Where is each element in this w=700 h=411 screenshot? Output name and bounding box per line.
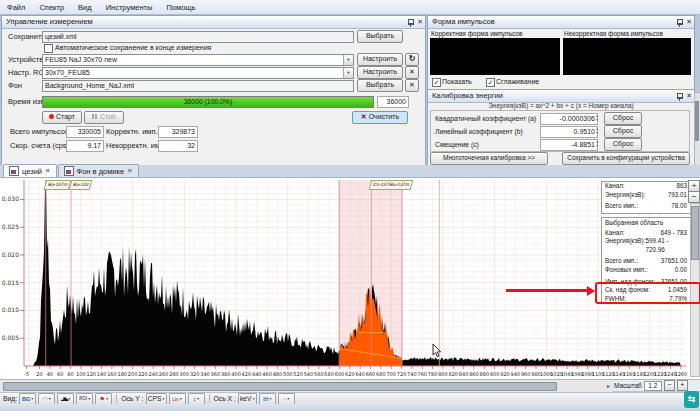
background-clear-icon[interactable]: ✕ bbox=[405, 79, 419, 92]
y-scale-button[interactable]: Lin▾ bbox=[169, 393, 186, 405]
spectrum-tab-icon bbox=[64, 166, 74, 176]
autosave-checkbox[interactable] bbox=[44, 44, 53, 53]
chevron-down-icon[interactable]: ▾ bbox=[343, 55, 353, 65]
save-choose-button[interactable]: Выбрать bbox=[357, 30, 403, 43]
close-icon[interactable]: ✕ bbox=[686, 90, 692, 102]
y-unit-button[interactable]: CPS▾ bbox=[146, 393, 167, 405]
close-icon[interactable]: ✕ bbox=[417, 16, 423, 28]
offset-c-reset-button[interactable]: Сброс bbox=[604, 138, 642, 151]
cursor-counts-label: Всего имп.: bbox=[605, 202, 638, 211]
peak-flag-ba133[interactable]: Ba-133 bbox=[69, 180, 93, 190]
coef-b-reset-button[interactable]: Сброс bbox=[604, 125, 642, 138]
svg-text:520: 520 bbox=[293, 371, 303, 377]
tab-close-icon[interactable]: ✕ bbox=[127, 167, 132, 175]
roi-configure-button[interactable]: Настроить bbox=[357, 66, 403, 79]
scale-plus-button[interactable]: + bbox=[677, 380, 688, 391]
spinner-arrows-icon[interactable]: ▴▾ bbox=[596, 114, 598, 122]
save-to-device-button[interactable]: Сохранить в конфигурации устройства bbox=[562, 152, 690, 165]
coef-b-spinner[interactable]: 0.9510 ▴▾ bbox=[540, 126, 598, 138]
scale-value[interactable]: 1.2 bbox=[644, 381, 662, 391]
background-overlay-button[interactable]: BG▾ bbox=[19, 393, 36, 405]
measurement-progress-bar: 36000 (100.0%) bbox=[42, 96, 374, 108]
pin-icon[interactable] bbox=[407, 18, 414, 27]
x-unit-button[interactable]: keV▾ bbox=[238, 393, 257, 405]
scale-bar: Масштаб 1.2 − + bbox=[612, 379, 700, 391]
background-input[interactable]: Background_Home_NaJ.xml bbox=[42, 80, 354, 92]
background-label: Фон bbox=[8, 81, 22, 91]
marker-flag-button[interactable]: ⚑▾ bbox=[95, 393, 112, 405]
smooth-curve-button[interactable]: ◠▾ bbox=[38, 393, 55, 405]
scale-minus-button[interactable]: − bbox=[664, 380, 675, 391]
view-label: Вид: bbox=[3, 395, 17, 402]
correct-pulses-value: 329873 bbox=[158, 126, 198, 138]
selection-energy-value: 599.41 - 720.96 bbox=[645, 237, 687, 254]
spinner-arrows-icon[interactable]: ▴▾ bbox=[596, 127, 598, 135]
time-input[interactable]: 36000 bbox=[377, 96, 409, 108]
multipoint-calibration-button[interactable]: Многоточечная калибровка >> bbox=[430, 152, 548, 165]
spinner-arrows-icon[interactable]: ▴▾ bbox=[596, 140, 598, 148]
peak-flag-label: Ba-133 bbox=[72, 182, 89, 187]
device-refresh-icon[interactable]: ↻ bbox=[405, 53, 419, 66]
tray-icon[interactable]: ⇆ bbox=[684, 391, 699, 408]
menu-spectrum[interactable]: Спектр bbox=[32, 1, 71, 14]
svg-text:1260: 1260 bbox=[674, 371, 687, 377]
tab-close-icon[interactable]: ✕ bbox=[45, 167, 50, 175]
peak-flag-ba137m[interactable]: Ba-137m bbox=[43, 180, 71, 190]
pin-icon[interactable] bbox=[676, 18, 683, 27]
chevron-down-icon[interactable]: ▾ bbox=[343, 68, 353, 78]
roi-display-button[interactable]: ROI▾ bbox=[76, 393, 93, 405]
save-to-input[interactable]: цезий.xml bbox=[42, 31, 354, 43]
x-channels-button[interactable]: 88▾ bbox=[259, 393, 276, 405]
svg-text:400: 400 bbox=[231, 371, 241, 377]
roi-clear-icon[interactable]: ✕ bbox=[405, 66, 419, 79]
menu-tools[interactable]: Инструменты bbox=[99, 1, 160, 14]
coef-a-reset-button[interactable]: Сброс bbox=[604, 112, 642, 125]
svg-text:300: 300 bbox=[180, 371, 190, 377]
x-markers-button[interactable]: ··▾ bbox=[278, 393, 295, 405]
svg-text:200: 200 bbox=[128, 371, 138, 377]
clear-button[interactable]: ✕ Очистить bbox=[352, 111, 408, 124]
fwhm-highlight-box bbox=[595, 282, 700, 304]
x-axis-label: Ось X : bbox=[214, 395, 236, 402]
scroll-right-icon[interactable]: ▸ bbox=[607, 382, 610, 390]
menu-view[interactable]: Вид bbox=[71, 1, 99, 14]
peak-flag-label: Cs-137/Ba-137m bbox=[373, 182, 411, 187]
svg-text:580: 580 bbox=[324, 371, 334, 377]
tab-cesium[interactable]: цезий ✕ bbox=[3, 164, 57, 177]
svg-text:540: 540 bbox=[304, 371, 314, 377]
device-combo[interactable]: FEU85 NaJ 30x70 new ▾ bbox=[42, 54, 354, 66]
chart-vscrollbar-thumb[interactable] bbox=[691, 206, 699, 260]
close-icon[interactable]: ✕ bbox=[686, 16, 692, 28]
tab-background-house[interactable]: Фон в домике ✕ bbox=[58, 164, 139, 177]
spectrum-plot[interactable]: 0.0050.0100.0150.0200.0250.030-520406080… bbox=[0, 178, 700, 379]
device-configure-button[interactable]: Настроить bbox=[357, 53, 403, 66]
smoothing-checkbox[interactable]: ✓ bbox=[486, 78, 495, 87]
show-checkbox[interactable]: ✓ bbox=[432, 78, 441, 87]
cursor-energy-value: 793.01 bbox=[668, 191, 687, 200]
svg-text:0.005: 0.005 bbox=[2, 334, 19, 341]
svg-text:0.030: 0.030 bbox=[2, 195, 19, 202]
zoom-out-button[interactable]: − bbox=[688, 191, 700, 203]
menu-file[interactable]: Файл bbox=[0, 1, 32, 14]
pause-icon bbox=[92, 114, 94, 119]
dock-scrollbar-thumb[interactable] bbox=[695, 101, 699, 141]
background-choose-button[interactable]: Выбрать bbox=[357, 79, 403, 92]
stop-button[interactable]: Стоп bbox=[84, 111, 124, 124]
chart-hscrollbar-thumb[interactable] bbox=[3, 382, 557, 391]
svg-text:420: 420 bbox=[242, 371, 252, 377]
pin-icon[interactable] bbox=[676, 92, 683, 101]
menu-help[interactable]: Помощь bbox=[159, 1, 202, 14]
peak-flag-cs137[interactable]: Cs-137/Ba-137m bbox=[369, 180, 414, 190]
chart-hscrollbar[interactable]: ▸ bbox=[0, 379, 612, 392]
svg-text:660: 660 bbox=[366, 371, 376, 377]
coef-a-spinner[interactable]: -0.0000306 ▴▾ bbox=[540, 113, 598, 125]
fill-peaks-button[interactable]: ▂▆▃▾ bbox=[57, 393, 74, 405]
roi-combo[interactable]: 30x70_FEU85 ▾ bbox=[42, 67, 354, 79]
offset-c-spinner[interactable]: -4.8851 ▴▾ bbox=[540, 139, 598, 151]
svg-text:860: 860 bbox=[469, 371, 479, 377]
total-pulses-label: Всего импульсов bbox=[10, 127, 69, 137]
dock-scrollbar[interactable] bbox=[694, 92, 700, 166]
y-autofit-button[interactable]: ↕▾ bbox=[188, 393, 205, 405]
start-button[interactable]: Старт bbox=[42, 111, 82, 124]
cursor-energy-label: Энергия(кэВ): bbox=[605, 191, 645, 200]
